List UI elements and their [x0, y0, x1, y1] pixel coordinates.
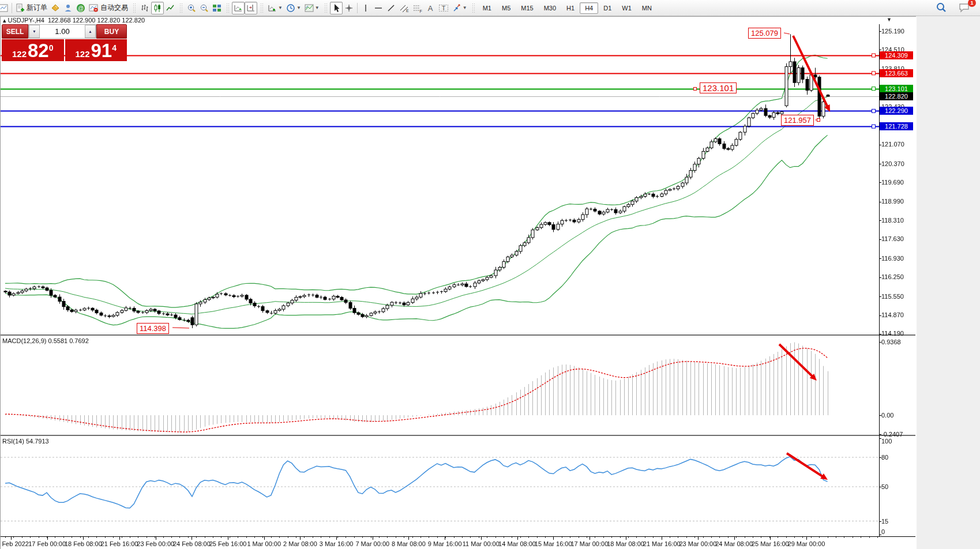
toolbar-group-timeframes: M1M5M15M30H1H4D1W1MN	[476, 1, 659, 15]
timeframe-W1[interactable]: W1	[617, 2, 637, 14]
horizontal-line-icon[interactable]	[372, 2, 385, 14]
vertical-line-icon[interactable]	[359, 2, 372, 14]
svg-text:A: A	[427, 4, 433, 13]
svg-text:T: T	[441, 5, 445, 12]
toolbar-right: 1	[934, 1, 972, 14]
timeframe-MN[interactable]: MN	[637, 2, 657, 14]
annotation-box[interactable]: 125.079	[748, 28, 781, 39]
sell-button[interactable]: SELL	[2, 24, 28, 39]
sell-price-pipette: 0	[49, 43, 54, 52]
timeframe-D1[interactable]: D1	[598, 2, 617, 14]
mql-market-icon[interactable]: @	[74, 2, 87, 14]
price-chart-canvas[interactable]	[1, 17, 917, 549]
autotrade-button[interactable]: 自动交易	[87, 2, 130, 14]
trendline-icon[interactable]	[385, 2, 397, 14]
community-icon[interactable]	[62, 2, 74, 14]
gold-icon[interactable]	[49, 2, 62, 14]
text-label-icon[interactable]: T	[437, 2, 450, 14]
buy-price[interactable]: 122 91 4	[65, 39, 127, 61]
new-order-button[interactable]: 新订单	[14, 2, 49, 14]
templates-icon[interactable]: ▼	[303, 2, 321, 14]
fibonacci-icon[interactable]: F	[411, 2, 424, 14]
chart-window: ▴ USDJPY-,H4 122.868 122.900 122.820 122…	[0, 16, 916, 549]
annotation-box[interactable]: 121.957	[781, 115, 814, 126]
svg-text:E: E	[406, 9, 409, 13]
timeframe-M1[interactable]: M1	[478, 2, 497, 14]
annotation-box[interactable]: 114.398	[137, 323, 169, 334]
chart-window-icon[interactable]	[0, 2, 10, 14]
cursor-icon[interactable]	[330, 2, 343, 14]
svg-text:@: @	[78, 5, 84, 11]
notifications-icon[interactable]: 1	[957, 1, 972, 14]
volume-decrease-button[interactable]: ▼	[29, 25, 40, 38]
chart-shift-icon[interactable]	[245, 2, 257, 14]
volume-input[interactable]	[40, 25, 85, 38]
volume-box: ▼ ▲	[28, 24, 96, 39]
volume-increase-button[interactable]: ▲	[85, 25, 96, 38]
new-order-label: 新订单	[27, 3, 47, 13]
search-icon[interactable]	[934, 1, 949, 14]
svg-text:F: F	[419, 9, 422, 13]
sell-price[interactable]: 122 82 0	[2, 39, 64, 61]
timeframe-M30[interactable]: M30	[539, 2, 561, 14]
timeframe-H4[interactable]: H4	[580, 2, 598, 14]
timeframe-M15[interactable]: M15	[516, 2, 538, 14]
zoom-out-icon[interactable]	[198, 2, 211, 14]
autotrade-label: 自动交易	[100, 3, 128, 13]
crosshair-icon[interactable]	[343, 2, 355, 14]
sell-price-big-figure: 122	[12, 49, 27, 59]
tile-windows-icon[interactable]	[211, 2, 223, 14]
notification-badge: 1	[968, 0, 976, 7]
text-icon[interactable]: A	[424, 2, 437, 14]
equidistant-channel-icon[interactable]: E	[397, 2, 411, 14]
zoom-in-icon[interactable]	[185, 2, 198, 14]
annotation-box[interactable]: 123.101	[700, 82, 737, 93]
bar-chart-icon[interactable]	[138, 2, 151, 14]
buy-price-big-figure: 122	[75, 49, 89, 59]
buy-button[interactable]: BUY	[96, 24, 127, 39]
indicators-icon[interactable]: ▼	[266, 2, 284, 14]
chart-shift-marker: ▼	[887, 17, 892, 22]
buy-price-pipette: 4	[112, 43, 117, 52]
toolbar-group-drawing: E F A T ▼	[328, 1, 471, 15]
line-chart-icon[interactable]	[164, 2, 177, 14]
buy-price-pips: 91	[91, 41, 112, 61]
timeframe-M5[interactable]: M5	[497, 2, 516, 14]
toolbar-group-chart-type	[137, 1, 178, 15]
timeframe-H1[interactable]: H1	[561, 2, 580, 14]
toolbar-group-zoom	[183, 1, 225, 15]
toolbar-group-scroll	[230, 1, 259, 15]
one-click-trade-panel: SELL ▼ ▲ BUY 122 82 0 122 91 4	[2, 24, 127, 61]
toolbar-group-trade: 新订单 @ 自动交易	[0, 1, 132, 15]
toolbar-group-objects: ▼ ▼ ▼	[264, 1, 323, 15]
periods-icon[interactable]: ▼	[284, 2, 303, 14]
arrow-objects-icon[interactable]: ▼	[450, 2, 469, 14]
auto-scroll-icon[interactable]	[232, 2, 245, 14]
sell-price-pips: 82	[28, 41, 49, 61]
main-toolbar: 新订单 @ 自动交易	[0, 0, 980, 16]
candlestick-chart-icon[interactable]	[151, 2, 164, 14]
